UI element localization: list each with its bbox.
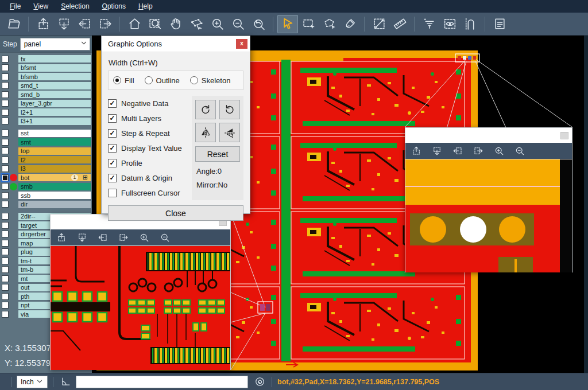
menu-view[interactable]: View <box>27 0 55 13</box>
layer-row-l2[interactable]: l2 <box>0 156 92 163</box>
checkbox-multi-layers[interactable]: ✓Multi Layers <box>108 111 191 126</box>
layer-row-top[interactable]: top <box>0 147 92 155</box>
checkbox-datum-origin[interactable]: ✓Datum & Origin <box>108 170 191 185</box>
layer-visibility-checkbox[interactable] <box>2 311 9 318</box>
brush-icon[interactable] <box>339 15 360 33</box>
zoom-out-icon[interactable] <box>158 231 171 244</box>
layer-visibility-checkbox[interactable] <box>2 174 9 181</box>
snap-icon[interactable] <box>460 15 481 33</box>
layer-visibility-checkbox[interactable] <box>2 201 9 208</box>
reset-button[interactable]: Reset <box>195 146 240 162</box>
layer-visibility-checkbox[interactable] <box>2 165 9 172</box>
pan-right-icon[interactable] <box>117 231 130 244</box>
zoom-in-icon[interactable] <box>207 15 227 33</box>
layer-visibility-checkbox[interactable] <box>2 266 9 273</box>
pan-right-icon[interactable] <box>95 15 115 33</box>
pan-down-icon[interactable] <box>76 231 88 244</box>
graphic-options-dialog[interactable]: Graphic Options x Width (Ctrl+W) FillOut… <box>101 36 250 214</box>
layer-visibility-checkbox[interactable] <box>2 64 9 71</box>
layer-row-l3+1[interactable]: l3+1 <box>0 118 92 125</box>
layer-visibility-checkbox[interactable] <box>2 284 9 291</box>
layer-name[interactable]: fx <box>18 55 91 63</box>
layer-name[interactable]: l2 <box>18 156 91 163</box>
radio-fill[interactable]: Fill <box>113 76 134 85</box>
layer-row-l3[interactable]: l3 <box>0 165 92 173</box>
layer-row-bfsmb[interactable]: bfsmb <box>0 73 92 80</box>
layer-visibility-checkbox[interactable] <box>2 275 9 282</box>
pan-right-icon[interactable] <box>472 145 485 157</box>
layer-visibility-checkbox[interactable] <box>2 231 9 237</box>
filter-icon[interactable] <box>419 15 439 33</box>
layer-name[interactable]: l3 <box>18 165 91 173</box>
checkbox-negative-data[interactable]: ✓Negative Data <box>108 96 191 111</box>
layer-row-smd_t[interactable]: smd_t <box>0 82 92 89</box>
layer-visibility-checkbox[interactable] <box>2 192 9 199</box>
command-input[interactable] <box>76 376 248 388</box>
close-button[interactable]: Close <box>108 205 243 221</box>
angle-measure-icon[interactable] <box>59 375 72 389</box>
pan-down-icon[interactable] <box>431 145 443 157</box>
zoom-previous-icon[interactable] <box>248 15 269 33</box>
checkbox-box[interactable]: ✓ <box>108 99 117 108</box>
rotate-ccw-button[interactable] <box>219 100 240 119</box>
layer-visibility-checkbox[interactable] <box>2 147 9 154</box>
open-folder-icon[interactable] <box>3 15 24 33</box>
layer-visibility-checkbox[interactable] <box>2 109 9 116</box>
menu-options[interactable]: Options <box>96 0 132 13</box>
menu-help[interactable]: Help <box>132 0 159 13</box>
layer-visibility-checkbox[interactable] <box>2 293 9 300</box>
layer-visibility-checkbox[interactable] <box>2 258 9 264</box>
zoom-in-icon[interactable] <box>493 145 505 157</box>
highlight-eye-icon[interactable] <box>439 15 460 33</box>
grid-icon[interactable]: ⊞ <box>83 174 88 181</box>
layer-name[interactable]: smb <box>18 183 91 190</box>
layer-name[interactable]: smd_t <box>18 82 91 89</box>
radio-outline[interactable]: Outline <box>145 76 180 85</box>
layer-name[interactable]: top <box>18 147 91 155</box>
checkbox-fullscreen-cursor[interactable]: Fullscreen Cursor <box>108 185 191 200</box>
rotate-cw-button[interactable] <box>195 100 216 119</box>
ruler-icon[interactable] <box>389 15 410 33</box>
checkbox-box[interactable]: ✓ <box>108 159 117 167</box>
menu-file[interactable]: File <box>3 0 27 13</box>
checkbox-box[interactable] <box>108 189 117 197</box>
refresh-icon[interactable] <box>253 375 266 389</box>
layer-name[interactable]: ssb <box>18 192 91 199</box>
zoom-window-icon[interactable] <box>145 15 165 33</box>
layer-visibility-checkbox[interactable] <box>2 130 9 136</box>
pan-left-icon[interactable] <box>96 231 109 244</box>
zoom-in-icon[interactable] <box>138 231 150 244</box>
pan-left-icon[interactable] <box>74 15 95 33</box>
layer-name[interactable]: smd_b <box>18 91 91 98</box>
polygon-select-icon[interactable] <box>319 15 339 33</box>
mirror-horizontal-button[interactable] <box>195 123 216 142</box>
layer-visibility-checkbox[interactable] <box>2 82 9 89</box>
dialog-titlebar[interactable]: Graphic Options x <box>102 36 250 52</box>
rect-select-icon[interactable] <box>298 15 319 33</box>
close-icon[interactable]: x <box>236 39 247 49</box>
magnifier2-titlebar[interactable] <box>405 128 572 143</box>
layer-row-dir[interactable]: dir <box>0 201 92 208</box>
pan-left-icon[interactable] <box>451 145 464 157</box>
layer-visibility-checkbox[interactable] <box>2 183 9 190</box>
magnifier2-content[interactable] <box>405 159 572 272</box>
layer-name[interactable]: bfsmb <box>18 73 91 80</box>
layer-row-fx[interactable]: fx <box>0 55 92 63</box>
checkbox-box[interactable]: ✓ <box>108 174 117 182</box>
pan-up-icon[interactable] <box>410 145 423 157</box>
select-cursor-icon[interactable] <box>277 15 298 33</box>
magnifier-window-1[interactable] <box>50 214 231 370</box>
layer-visibility-checkbox[interactable] <box>2 222 9 229</box>
layer-visibility-checkbox[interactable] <box>2 302 9 309</box>
layer-visibility-checkbox[interactable] <box>2 157 9 163</box>
layer-visibility-checkbox[interactable] <box>2 213 9 220</box>
layer-row-bfsmt[interactable]: bfsmt <box>0 64 92 72</box>
report-icon[interactable] <box>489 15 510 33</box>
layer-row-smt[interactable]: smt <box>0 138 92 146</box>
checkbox-display-text-value[interactable]: ✓Display Text Value <box>108 141 191 155</box>
layer-row-ssb[interactable]: ssb <box>0 192 92 199</box>
step-select[interactable]: panel <box>20 38 90 50</box>
layer-visibility-checkbox[interactable] <box>2 56 9 63</box>
layer-name[interactable]: smt <box>18 138 91 146</box>
layer-visibility-checkbox[interactable] <box>2 91 9 98</box>
